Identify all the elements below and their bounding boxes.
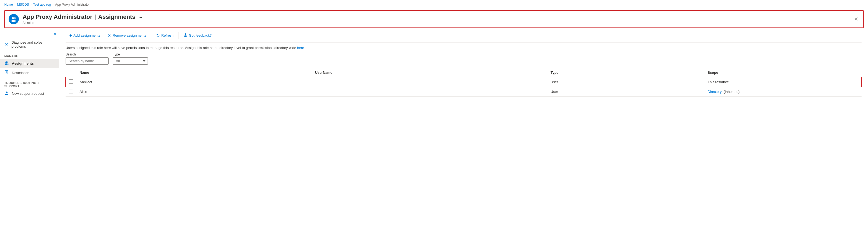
sidebar-description-label: Description	[12, 71, 29, 75]
row-2-type: User	[547, 87, 704, 97]
header-ellipsis-btn[interactable]: ···	[138, 15, 142, 20]
main-layout: « ✕ Diagnose and solve problems Manage A…	[0, 28, 868, 241]
refresh-label: Refresh	[161, 33, 174, 37]
type-label: Type	[113, 53, 148, 56]
sidebar-assignments-label: Assignments	[12, 61, 34, 65]
svg-point-13	[5, 94, 8, 95]
row-1-type: User	[547, 77, 704, 87]
table-header-checkbox	[66, 69, 76, 77]
sidebar-support-label: New support request	[12, 91, 44, 96]
add-icon: +	[69, 33, 72, 38]
table-header-name: Name	[76, 69, 312, 77]
table-header-scope: Scope	[704, 69, 862, 77]
filters: Search Type All User Group Service Princ…	[66, 53, 862, 67]
assignments-table: Name UserName Type Scope Abhijeet User T…	[66, 69, 862, 97]
row-1-checkbox[interactable]	[69, 79, 73, 84]
breadcrumb-app-reg[interactable]: Test app reg	[33, 3, 51, 6]
header-separator: |	[95, 13, 96, 21]
feedback-button[interactable]: Got feedback?	[180, 31, 216, 39]
row-2-checkbox[interactable]	[69, 89, 73, 93]
row-2-name: Alice	[76, 87, 312, 97]
sidebar-item-diagnose[interactable]: ✕ Diagnose and solve problems	[0, 38, 59, 51]
toolbar-divider	[151, 32, 151, 39]
close-button[interactable]: ✕	[853, 15, 859, 23]
sidebar-diagnose-label: Diagnose and solve problems	[11, 40, 55, 49]
type-filter-group: Type All User Group Service Principal	[113, 53, 148, 64]
svg-point-15	[184, 35, 187, 37]
support-icon	[4, 91, 9, 96]
search-label: Search	[66, 53, 108, 56]
sidebar-item-description[interactable]: Description	[0, 68, 59, 78]
type-select[interactable]: All User Group Service Principal	[113, 57, 148, 64]
scope-directory-link[interactable]: Directory	[708, 90, 721, 94]
row-2-checkbox-cell	[66, 87, 76, 97]
svg-point-7	[7, 63, 9, 64]
breadcrumb-sep-2: ›	[31, 3, 32, 6]
svg-point-3	[14, 20, 17, 22]
table-row: Alice User Directory (Inherited)	[66, 87, 862, 97]
remove-icon: ✕	[108, 33, 111, 38]
breadcrumb-sep-3: ›	[53, 3, 54, 6]
svg-point-1	[14, 17, 16, 19]
breadcrumb-msods[interactable]: MSODS	[17, 3, 29, 6]
table-header-username: UserName	[312, 69, 547, 77]
search-filter-group: Search	[66, 53, 108, 64]
table-row: Abhijeet User This resource	[66, 77, 862, 87]
row-checkbox-cell	[66, 77, 76, 87]
breadcrumb-home[interactable]: Home	[4, 3, 13, 6]
sidebar-item-assignments[interactable]: Assignments	[0, 59, 59, 68]
table-header-row: Name UserName Type Scope	[66, 69, 862, 77]
header-section-name: Assignments	[98, 13, 135, 21]
svg-point-4	[5, 61, 7, 63]
row-2-scope: Directory (Inherited)	[704, 87, 862, 97]
refresh-icon: ↻	[156, 33, 160, 38]
breadcrumb-sep-1: ›	[14, 3, 16, 6]
assignments-icon	[4, 61, 9, 66]
info-text: Users assigned this role here will have …	[66, 43, 862, 53]
refresh-button[interactable]: ↻ Refresh	[152, 31, 178, 39]
app-icon	[9, 14, 19, 24]
svg-point-0	[12, 17, 14, 19]
table-header-type: Type	[547, 69, 704, 77]
sidebar: « ✕ Diagnose and solve problems Manage A…	[0, 28, 59, 241]
sidebar-troubleshooting-section: Troubleshooting + Support	[0, 78, 59, 89]
wrench-icon: ✕	[4, 42, 9, 47]
add-assignments-button[interactable]: + Add assignments	[66, 31, 104, 39]
header-subtitle: All roles	[23, 21, 142, 25]
row-1-scope: This resource	[704, 77, 862, 87]
sidebar-item-new-support[interactable]: New support request	[0, 89, 59, 98]
header-left: App Proxy Administrator | Assignments ··…	[9, 13, 142, 25]
info-link[interactable]: here	[297, 46, 304, 50]
row-1-name: Abhijeet	[76, 77, 312, 87]
remove-assignments-label: Remove assignments	[113, 33, 146, 37]
add-assignments-label: Add assignments	[73, 33, 100, 37]
feedback-icon	[184, 33, 187, 38]
description-icon	[4, 70, 9, 75]
search-input[interactable]	[66, 57, 108, 64]
sidebar-collapse-btn[interactable]: «	[0, 30, 59, 38]
page-header: App Proxy Administrator | Assignments ··…	[4, 10, 864, 28]
sidebar-manage-section: Manage	[0, 51, 59, 59]
toolbar-divider-2	[179, 32, 179, 39]
remove-assignments-button[interactable]: ✕ Remove assignments	[104, 32, 150, 39]
breadcrumb: Home › MSODS › Test app reg › App Proxy …	[0, 0, 868, 9]
feedback-label: Got feedback?	[189, 33, 212, 37]
breadcrumb-current: App Proxy Administrator	[55, 3, 90, 6]
row-1-username	[312, 77, 547, 87]
header-title-group: App Proxy Administrator | Assignments ··…	[23, 13, 142, 25]
row-2-username	[312, 87, 547, 97]
header-app-name: App Proxy Administrator	[23, 13, 92, 21]
svg-point-5	[7, 62, 8, 63]
content-area: + Add assignments ✕ Remove assignments ↻…	[59, 28, 868, 241]
svg-point-14	[185, 33, 186, 35]
row-2-scope-suffix: (Inherited)	[724, 90, 740, 94]
svg-point-12	[6, 91, 7, 93]
info-text-content: Users assigned this role here will have …	[66, 46, 296, 50]
toolbar: + Add assignments ✕ Remove assignments ↻…	[66, 28, 862, 43]
